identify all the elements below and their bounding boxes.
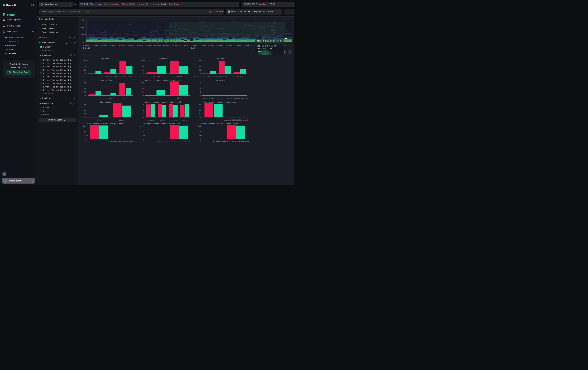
svg-text:0.51.1: 0.51.1 <box>123 97 128 99</box>
svg-text:0: 0 <box>200 72 201 75</box>
svg-text:mastercard: mastercard <box>151 97 161 99</box>
svg-text:50: 50 <box>84 65 86 67</box>
svg-text:payment: payment <box>237 75 244 77</box>
svg-text:grpc.oteldemo.PaymentService/C: grpc.oteldemo.PaymentService/Charge <box>99 75 134 77</box>
svg-text:10: 10 <box>199 87 201 89</box>
svg-text:50: 50 <box>141 87 144 89</box>
svg-text:1376801: 1376801 <box>208 97 215 99</box>
svg-text:0: 0 <box>85 116 86 118</box>
svg-text:7:00pm: 7:00pm <box>101 45 107 47</box>
svg-text:25: 25 <box>84 91 86 93</box>
svg-text:9983218: 9983218 <box>241 97 248 99</box>
svg-text:25: 25 <box>84 113 86 115</box>
svg-text:f5344ec9-a1ea-4290-a62a-78f5be: f5344ec9-a1ea-4290-a62a-78f5bee8d90b <box>213 141 249 143</box>
svg-text:100: 100 <box>83 59 86 61</box>
svg-text:50: 50 <box>84 131 86 133</box>
svg-text:100: 100 <box>198 125 201 127</box>
svg-text:0: 0 <box>85 72 86 75</box>
svg-text:SpanAttributes...yment.card_ty: SpanAttributes...yment.card_type <box>145 79 181 81</box>
svg-text:ResourceAttributes.k8s.pod.nam: ResourceAttributes.k8s.pod.name <box>88 123 123 125</box>
svg-text:3:00am: 3:00am <box>244 45 250 47</box>
svg-text:20: 20 <box>199 81 201 83</box>
svg-text:6:00pm: 6:00pm <box>83 45 90 47</box>
svg-text:0: 0 <box>200 116 201 118</box>
svg-text:100: 100 <box>198 103 201 105</box>
svg-text:2:30am: 2:30am <box>235 45 241 47</box>
svg-text:100: 100 <box>83 125 86 127</box>
svg-text:5: 5 <box>200 91 201 93</box>
svg-text:SpanAttributes.app.loyalty.lev: SpanAttributes.app.loyalty.level <box>145 101 181 103</box>
svg-text:25: 25 <box>84 134 86 137</box>
svg-text:1:30am: 1:30am <box>217 45 223 47</box>
svg-text:payment-7985c8969c-mwmw7: payment-7985c8969c-mwmw7 <box>224 119 248 121</box>
svg-text:100: 100 <box>140 125 144 127</box>
svg-text:8:00pm: 8:00pm <box>119 45 125 47</box>
svg-text:8:30pm: 8:30pm <box>128 45 134 47</box>
svg-text:silver: silver <box>182 119 188 121</box>
svg-text:100: 100 <box>198 59 201 61</box>
svg-text:1621070: 1621070 <box>217 97 223 99</box>
svg-text:0.1.0: 0.1.0 <box>108 97 113 99</box>
svg-text:ResourceAttributes.host.name: ResourceAttributes.host.name <box>204 101 236 103</box>
svg-text:Error: Error <box>97 119 102 121</box>
svg-text:25: 25 <box>84 69 86 71</box>
svg-text:9/15: 9/15 <box>191 47 195 49</box>
svg-text:600: 600 <box>81 19 84 21</box>
svg-text:25: 25 <box>141 69 144 71</box>
svg-text:SpanName: SpanName <box>101 57 110 59</box>
svg-text:payment-7985c8969c-mwmw7: payment-7985c8969c-mwmw7 <box>110 141 134 143</box>
svg-text:6:30pm: 6:30pm <box>92 45 98 47</box>
svg-text:9/14/25: 9/14/25 <box>83 47 90 49</box>
svg-text:Server: Server <box>176 75 182 77</box>
svg-text:2:00am: 2:00am <box>226 45 232 47</box>
svg-text:1:00am: 1:00am <box>208 45 214 47</box>
svg-text:10:30pm: 10:30pm <box>163 45 170 47</box>
svg-text:50: 50 <box>199 65 201 67</box>
svg-text:25: 25 <box>199 134 201 137</box>
svg-text:Unset: Unset <box>119 119 124 121</box>
svg-text:ScopeVersion: ScopeVersion <box>99 79 113 81</box>
svg-text:bronze: bronze <box>148 119 154 121</box>
svg-text:50: 50 <box>199 131 201 133</box>
svg-text:7:30pm: 7:30pm <box>110 45 116 47</box>
svg-text:0: 0 <box>85 138 86 140</box>
svg-text:50: 50 <box>141 131 144 133</box>
svg-text:gold: gold <box>160 119 164 121</box>
svg-text:0: 0 <box>143 116 144 118</box>
svg-text:11:30pm: 11:30pm <box>181 45 188 47</box>
svg-text:400: 400 <box>81 26 84 28</box>
svg-text:ScopeName: ScopeName <box>215 57 225 59</box>
svg-text:Duration: Duration <box>215 79 225 81</box>
svg-text:5e02b5fb-13ae-4296-bbbc-111f42: 5e02b5fb-13ae-4296-bbbc-111f423c460d <box>156 141 191 143</box>
svg-text:0: 0 <box>200 138 201 140</box>
svg-text:28: 28 <box>141 103 144 105</box>
svg-text:9:30pm: 9:30pm <box>146 45 152 47</box>
svg-text:11:00pm: 11:00pm <box>172 45 179 47</box>
svg-text:0: 0 <box>200 94 201 97</box>
svg-text:100: 100 <box>140 81 144 83</box>
svg-text:12:30am: 12:30am <box>199 45 206 47</box>
svg-text:12:00am: 12:00am <box>190 45 197 47</box>
svg-text:25: 25 <box>141 91 144 93</box>
svg-text:7: 7 <box>143 113 144 115</box>
svg-text:10:00pm: 10:00pm <box>154 45 161 47</box>
svg-text:0: 0 <box>143 138 144 140</box>
svg-text:50: 50 <box>84 87 86 89</box>
svg-text:19935295: 19935295 <box>224 97 232 99</box>
svg-text:14: 14 <box>141 109 144 111</box>
svg-text:visa: visa <box>177 97 181 99</box>
svg-text:50: 50 <box>84 109 86 111</box>
svg-text:50: 50 <box>141 65 144 67</box>
svg-text:1124538: 1124538 <box>201 97 208 99</box>
svg-text:100: 100 <box>83 81 86 83</box>
svg-text:25: 25 <box>199 69 201 71</box>
svg-text:25: 25 <box>199 113 201 115</box>
svg-text:@hyperdx/instrumentation-excep: @hyperdx/instrumentation-exception <box>194 75 227 77</box>
svg-text:0: 0 <box>143 94 144 97</box>
svg-text:100: 100 <box>83 103 86 105</box>
svg-text:4090920: 4090920 <box>233 97 240 99</box>
svg-text:platinum: platinum <box>169 119 178 121</box>
svg-text:50: 50 <box>199 109 201 111</box>
svg-text:100: 100 <box>140 59 144 61</box>
svg-text:0: 0 <box>143 72 144 75</box>
